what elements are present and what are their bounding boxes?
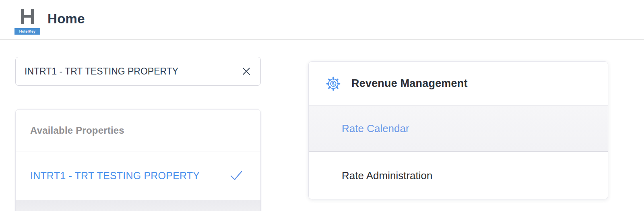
- menu-item-rate-administration[interactable]: Rate Administration: [309, 152, 608, 199]
- revenue-management-title: Revenue Management: [351, 77, 468, 90]
- close-icon: [242, 66, 251, 76]
- menu-item-label: Rate Administration: [342, 170, 432, 182]
- available-properties-title: Available Properties: [30, 125, 124, 136]
- available-properties-card: Available Properties INTRT1 - TRT TESTIN…: [15, 109, 261, 211]
- home-page: H HotelKey Home Available Properties INT…: [0, 0, 644, 211]
- gear-dollar-icon: $: [326, 76, 341, 91]
- logo-letter: H: [14, 5, 40, 28]
- page-title: Home: [47, 11, 85, 27]
- hotelkey-logo[interactable]: H HotelKey: [14, 5, 40, 35]
- property-list-item[interactable]: INTRT1 - TRT TESTING PROPERTY: [16, 151, 260, 200]
- revenue-management-header: $ Revenue Management: [309, 62, 608, 106]
- logo-brand-label: HotelKey: [14, 28, 40, 35]
- menu-item-label: Rate Calendar: [342, 122, 409, 135]
- property-search-box: [15, 57, 261, 86]
- property-search-input[interactable]: [25, 57, 242, 85]
- check-icon: [230, 170, 243, 181]
- app-header: H HotelKey Home: [0, 0, 644, 40]
- available-properties-header: Available Properties: [16, 110, 260, 151]
- menu-item-rate-calendar[interactable]: Rate Calendar: [309, 106, 608, 152]
- property-list-next-row-partial: [16, 200, 260, 211]
- property-list-item-label: INTRT1 - TRT TESTING PROPERTY: [30, 170, 230, 182]
- svg-text:$: $: [332, 81, 334, 86]
- clear-search-button[interactable]: [239, 64, 253, 78]
- revenue-management-card: $ Revenue Management Rate Calendar Rate …: [308, 61, 608, 199]
